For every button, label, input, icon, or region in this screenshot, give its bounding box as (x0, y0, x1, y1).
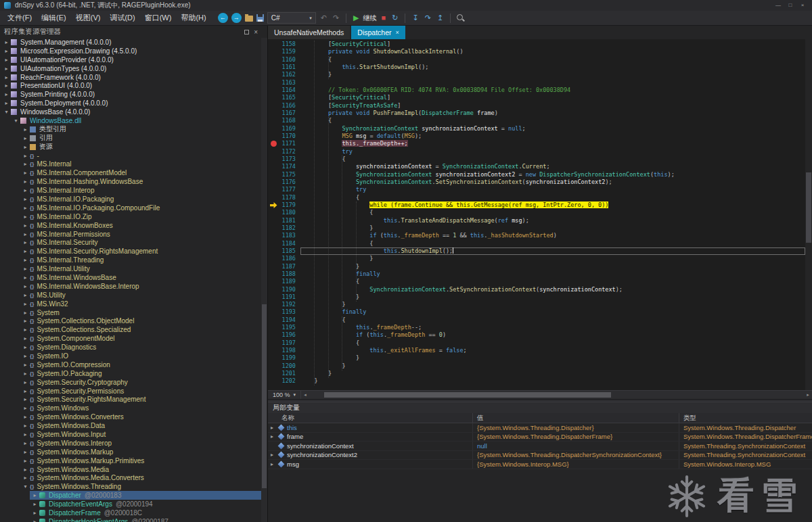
sidebar-scrollbar[interactable] (261, 38, 267, 522)
expand-arrow-icon[interactable]: ▸ (3, 66, 10, 72)
language-selector[interactable]: C# ▾ (267, 12, 316, 24)
breakpoint-gutter[interactable] (268, 87, 279, 94)
continue-button[interactable]: ▶ 继续 (352, 13, 376, 23)
menu-window[interactable]: 窗口(W) (140, 11, 177, 24)
tree-item-System.Collections.ObjectModel[interactable]: ▸{ }System.Collections.ObjectModel (0, 317, 267, 326)
expand-arrow-icon[interactable]: ▸ (22, 310, 29, 316)
locals-row-synchronizationContext[interactable]: synchronizationContextnullSystem.Threadi… (268, 442, 812, 451)
locals-column-header-2[interactable]: 类型 (679, 413, 812, 423)
maximize-button[interactable]: □ (785, 1, 796, 10)
tree-item-System.Windows.Markup[interactable]: ▸{ }System.Windows.Markup (0, 448, 267, 456)
tab-Dispatcher[interactable]: Dispatcher× (351, 26, 405, 39)
tree-item-System.IO.Packaging[interactable]: ▸{ }System.IO.Packaging (0, 369, 267, 378)
code-line-1166[interactable]: 1166 [SecurityTreatAsSafe] (268, 102, 805, 110)
expand-arrow-icon[interactable]: ▸ (22, 371, 29, 377)
breakpoint-gutter[interactable] (268, 232, 279, 239)
expand-arrow-icon[interactable]: ▸ (31, 510, 39, 516)
restart-icon[interactable]: ↻ (390, 13, 399, 23)
tree-item-System.Windows.Media[interactable]: ▸{ }System.Windows.Media (0, 465, 267, 474)
menu-help[interactable]: 帮助(H) (176, 11, 210, 24)
expand-arrow-icon[interactable]: ▸ (22, 239, 29, 245)
code-line-1187[interactable]: 1187 } (268, 263, 805, 270)
expand-arrow-icon[interactable]: ▸ (3, 48, 10, 54)
code-line-1184[interactable]: 1184 { (268, 240, 805, 247)
zoom-selector[interactable]: 100 % ▾ (268, 391, 301, 399)
breakpoint-gutter[interactable] (268, 324, 279, 331)
tab-UnsafeNativeMethods[interactable]: UnsafeNativeMethods (268, 26, 350, 39)
locals-column-header-0[interactable]: 名称 (268, 413, 473, 423)
step-over-icon[interactable]: ↷ (424, 13, 432, 23)
expand-arrow-icon[interactable]: ▸ (22, 135, 29, 141)
expand-arrow-icon[interactable]: ▸ (22, 327, 29, 333)
tree-item-System.Collections.Specialized[interactable]: ▸{ }System.Collections.Specialized (0, 325, 267, 334)
tree-item-System.Windows.Input[interactable]: ▸{ }System.Windows.Input (0, 430, 267, 439)
breakpoint-gutter[interactable] (268, 194, 279, 201)
breakpoint-gutter[interactable] (268, 41, 279, 48)
code-line-1180[interactable]: 1180 { (268, 209, 805, 216)
code-line-1189[interactable]: 1189 { (268, 278, 805, 285)
breakpoint-gutter[interactable] (268, 186, 279, 193)
tree-item-UIAutomationProvider (4.0.0.0)[interactable]: ▸UIAutomationProvider (4.0.0.0) (0, 55, 267, 64)
breakpoint-gutter[interactable] (268, 293, 279, 301)
tree-item-System.Security.RightsManagement[interactable]: ▸{ }System.Security.RightsManagement (0, 396, 267, 404)
code-line-1186[interactable]: 1186 } (268, 255, 805, 262)
code-line-1183[interactable]: 1183 if (this._frameDepth == 1 && this._… (268, 232, 805, 239)
code-line-1170[interactable]: 1170 MSG msg = default(MSG); (268, 133, 805, 140)
tree-item-资源[interactable]: ▸资源 (0, 143, 267, 151)
tree-item-MS.Internal.WindowsBase[interactable]: ▸{ }MS.Internal.WindowsBase (0, 273, 267, 282)
editor-scrollbar[interactable] (805, 39, 812, 390)
code-line-1202[interactable]: 1202 } (268, 377, 805, 385)
breakpoint-gutter[interactable] (268, 201, 279, 209)
code-line-1163[interactable]: 1163 (268, 79, 805, 87)
undo-icon[interactable]: ↶ (319, 13, 328, 23)
breakpoint-gutter[interactable] (268, 270, 279, 278)
tree-item-System.Windows.Interop[interactable]: ▸{ }System.Windows.Interop (0, 439, 267, 448)
code-line-1168[interactable]: 1168 { (268, 117, 805, 124)
expand-arrow-icon[interactable]: ▸ (22, 257, 29, 263)
expand-arrow-icon[interactable]: ▸ (22, 431, 29, 437)
expand-arrow-icon[interactable]: ▸ (22, 335, 29, 341)
sidebar-scrollbar-thumb[interactable] (262, 304, 267, 488)
tree-item-MS.Internal.Interop[interactable]: ▸{ }MS.Internal.Interop (0, 186, 267, 195)
locals-row-frame[interactable]: ▸frame{System.Windows.Threading.Dispatch… (268, 433, 812, 442)
breakpoint-gutter[interactable] (268, 247, 279, 255)
expand-arrow-icon[interactable]: ▸ (22, 205, 29, 211)
expand-arrow-icon[interactable]: ▸ (22, 179, 29, 185)
expand-arrow-icon[interactable]: ▸ (271, 433, 277, 440)
expand-arrow-icon[interactable]: ▸ (22, 187, 29, 193)
code-line-1172[interactable]: 1172 try (268, 148, 805, 156)
tree-item-UIAutomationTypes (4.0.0.0)[interactable]: ▸UIAutomationTypes (4.0.0.0) (0, 64, 267, 73)
editor-hscrollbar-thumb[interactable] (324, 392, 611, 398)
breakpoint-gutter[interactable] (268, 163, 279, 170)
breakpoint-gutter[interactable] (268, 110, 279, 117)
expand-arrow-icon[interactable]: ▸ (22, 423, 29, 429)
breakpoint-gutter[interactable] (268, 286, 279, 293)
editor-hscrollbar[interactable] (309, 391, 804, 399)
expand-arrow-icon[interactable]: ▸ (22, 301, 29, 307)
expand-arrow-icon[interactable]: ▸ (271, 425, 277, 431)
tree-item-WindowsBase.dll[interactable]: ▾WindowsBase.dll (0, 116, 267, 125)
expand-arrow-icon[interactable]: ▸ (22, 379, 29, 385)
expand-arrow-icon[interactable]: ▸ (22, 467, 29, 473)
tree-item-MS.Internal.WindowsBase.Interop[interactable]: ▸{ }MS.Internal.WindowsBase.Interop (0, 282, 267, 291)
tree-item-DispatcherEventArgs[interactable]: ▸DispatcherEventArgs@02000194 (0, 500, 267, 508)
code-editor[interactable]: 1158 [SecurityCritical]1159 private void… (268, 39, 805, 390)
tree-item-System.IO[interactable]: ▸{ }System.IO (0, 352, 267, 360)
expand-arrow-icon[interactable]: ▸ (22, 196, 29, 202)
code-line-1197[interactable]: 1197 { (268, 339, 805, 347)
tree-item-MS.Internal.IO.Zip[interactable]: ▸{ }MS.Internal.IO.Zip (0, 212, 267, 221)
tree-item-MS.Internal.KnownBoxes[interactable]: ▸{ }MS.Internal.KnownBoxes (0, 221, 267, 230)
code-line-1192[interactable]: 1192 } (268, 301, 805, 308)
tree-item--[interactable]: ▸{ }- (0, 151, 267, 160)
tree-item-MS.Internal.Utility[interactable]: ▸{ }MS.Internal.Utility (0, 264, 267, 273)
expand-arrow-icon[interactable]: ▸ (31, 519, 39, 522)
breakpoint-gutter[interactable] (268, 255, 279, 262)
tree-item-MS.Internal[interactable]: ▸{ }MS.Internal (0, 160, 267, 168)
expand-arrow-icon[interactable]: ▸ (22, 344, 29, 350)
breakpoint-gutter[interactable] (268, 347, 279, 354)
tree-item-System.Windows.Data[interactable]: ▸{ }System.Windows.Data (0, 421, 267, 430)
expand-arrow-icon[interactable]: ▸ (22, 440, 29, 446)
breakpoint-gutter[interactable] (268, 125, 279, 133)
expand-arrow-icon[interactable]: ▸ (22, 318, 29, 324)
open-file-icon[interactable] (245, 16, 253, 22)
